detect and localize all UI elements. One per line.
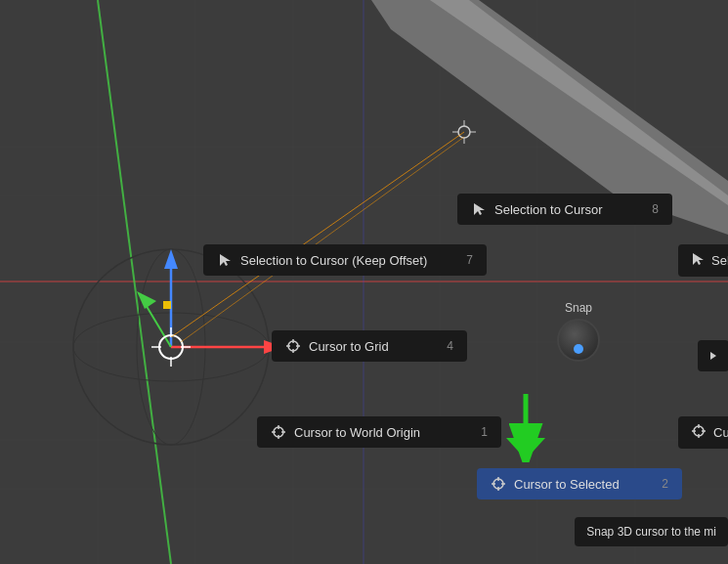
arrow-cursor-icon-2 bbox=[217, 252, 233, 268]
chevron-right-icon bbox=[707, 350, 719, 362]
menu-item-label: Cursor to Selected bbox=[514, 477, 620, 492]
menu-item-label: Selection to Cursor (Keep Offset) bbox=[240, 253, 427, 268]
menu-item-shortcut: 4 bbox=[427, 339, 453, 353]
menu-item-cursor-to-selected[interactable]: Cursor to Selected 2 bbox=[477, 468, 682, 499]
svg-marker-40 bbox=[220, 254, 231, 266]
menu-item-label: Cursor to World Origin bbox=[294, 425, 420, 440]
cursor-crosshair-icon-partial bbox=[692, 424, 706, 441]
arrow-cursor-icon bbox=[471, 201, 487, 217]
partial-label: Sele bbox=[711, 253, 728, 268]
svg-marker-39 bbox=[474, 203, 485, 215]
snap-widget: Snap bbox=[557, 301, 600, 362]
svg-marker-65 bbox=[506, 438, 545, 459]
snap-dial[interactable] bbox=[557, 319, 600, 362]
menu-item-partial-curs[interactable]: Curs bbox=[678, 416, 728, 449]
menu-item-shortcut: 8 bbox=[632, 202, 659, 216]
menu-item-selection-to-cursor-keep-offset[interactable]: Selection to Cursor (Keep Offset) 7 bbox=[203, 244, 487, 276]
tooltip-text: Snap 3D cursor to the mi bbox=[586, 525, 716, 539]
arrow-cursor-icon-partial bbox=[692, 252, 704, 269]
snap-arrow-button[interactable] bbox=[698, 340, 728, 371]
menu-item-shortcut: 1 bbox=[461, 425, 488, 439]
menu-item-shortcut: 2 bbox=[642, 477, 668, 491]
menu-item-selection-to-cursor[interactable]: Selection to Cursor 8 bbox=[457, 194, 672, 225]
snap-label: Snap bbox=[565, 301, 592, 315]
tooltip: Snap 3D cursor to the mi bbox=[575, 517, 728, 546]
svg-marker-56 bbox=[693, 253, 704, 265]
green-arrow-indicator bbox=[496, 389, 555, 462]
cursor-crosshair-icon-2 bbox=[271, 424, 286, 440]
menu-item-shortcut: 7 bbox=[447, 253, 473, 267]
menu-item-partial-sele[interactable]: Sele bbox=[678, 244, 728, 277]
menu-item-cursor-to-world-origin[interactable]: Cursor to World Origin 1 bbox=[257, 416, 501, 448]
cursor-crosshair-icon bbox=[285, 338, 301, 354]
menu-item-label: Cursor to Grid bbox=[309, 339, 389, 354]
svg-rect-26 bbox=[163, 301, 171, 309]
cursor-crosshair-icon-3 bbox=[491, 476, 506, 492]
partial-label-2: Curs bbox=[713, 425, 728, 440]
snap-dial-indicator bbox=[574, 344, 583, 354]
menu-item-cursor-to-grid[interactable]: Cursor to Grid 4 bbox=[272, 330, 467, 362]
svg-marker-62 bbox=[710, 352, 716, 360]
menu-item-label: Selection to Cursor bbox=[494, 202, 603, 217]
3d-viewport: Selection to Cursor 8 Selection to Curso… bbox=[0, 0, 728, 564]
